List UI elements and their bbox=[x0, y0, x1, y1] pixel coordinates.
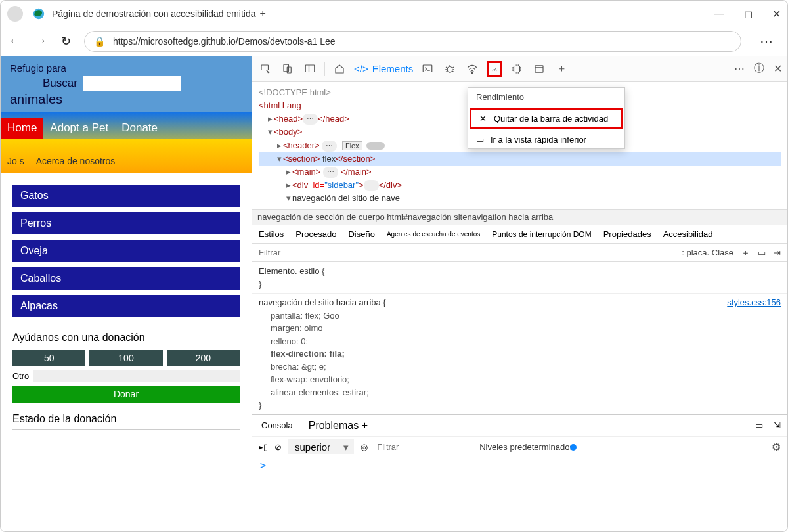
svg-rect-4 bbox=[305, 65, 315, 72]
tab-agentes[interactable]: Agentes de escucha de eventos bbox=[387, 231, 480, 238]
tab-title[interactable]: Página de demostración con accesibilidad… bbox=[52, 9, 256, 19]
inspect-icon[interactable] bbox=[257, 61, 273, 77]
expand-icon[interactable]: ⇥ bbox=[774, 248, 781, 257]
donate-other-input[interactable] bbox=[33, 370, 240, 382]
css-rule-block[interactable]: styles.css:156 navegación del sitio haci… bbox=[252, 293, 787, 414]
svg-rect-3 bbox=[287, 67, 291, 73]
nav-donate[interactable]: Donate bbox=[115, 118, 164, 139]
device-icon[interactable] bbox=[280, 61, 296, 77]
donate-other-label: Otro bbox=[12, 371, 29, 381]
live-expression-icon[interactable]: ◎ bbox=[361, 442, 368, 452]
header-refugio: Refugio para bbox=[10, 62, 66, 74]
tab-accesibilidad[interactable]: Accesibilidad bbox=[663, 229, 713, 239]
edge-icon bbox=[32, 7, 45, 20]
url-field[interactable]: 🔒 https://microsoftedge.github.io/Demos/… bbox=[84, 31, 741, 52]
styles-tabs: Estilos Procesado Diseño Agentes de escu… bbox=[252, 225, 787, 244]
donation-title: Ayúdanos con una donación bbox=[12, 332, 240, 344]
console-toolbar: ▸▯ ⊘ superior ◎ Niveles predeterminados … bbox=[252, 436, 787, 457]
tab-elements[interactable]: </>Elements bbox=[354, 63, 413, 74]
status-title: Estado de la donación bbox=[12, 413, 240, 430]
list-item[interactable]: Caballos bbox=[12, 267, 240, 290]
donate-submit[interactable]: Donar bbox=[12, 386, 240, 403]
context-menu: Rendimiento ✕ Quitar de la barra de acti… bbox=[468, 87, 625, 149]
tab-puntos[interactable]: Puntos de interrupción DOM bbox=[492, 230, 591, 239]
expand-drawer-icon[interactable]: ⇲ bbox=[774, 420, 781, 430]
nav-jos[interactable]: Jo s bbox=[7, 141, 24, 166]
svg-point-9 bbox=[494, 70, 495, 70]
help-icon[interactable]: ⓘ bbox=[754, 62, 764, 76]
stylesheet-link[interactable]: styles.css:156 bbox=[727, 296, 781, 309]
donate-100[interactable]: 100 bbox=[89, 350, 162, 366]
breadcrumb[interactable]: navegación de sección de cuerpo html#nav… bbox=[252, 209, 787, 225]
tab-propiedades[interactable]: Propiedades bbox=[603, 229, 651, 239]
console-filter-input[interactable] bbox=[374, 439, 473, 454]
back-button[interactable]: ← bbox=[9, 34, 20, 49]
donate-200[interactable]: 200 bbox=[167, 350, 240, 366]
ctx-header: Rendimiento bbox=[468, 88, 624, 106]
animal-list: Gatos Perros Oveja Caballos Alpacas bbox=[1, 173, 252, 322]
application-icon[interactable] bbox=[531, 61, 547, 77]
ctx-goto-bottom-quickview[interactable]: ▭ Ir a la vista rápida inferior bbox=[468, 131, 624, 148]
panel-layout-icon[interactable] bbox=[302, 61, 318, 77]
ctx-remove-from-activity-bar[interactable]: ✕ Quitar de la barra de actividad bbox=[470, 108, 623, 129]
welcome-icon[interactable] bbox=[332, 61, 347, 77]
browser-menu-button[interactable]: ⋯ bbox=[755, 33, 779, 49]
placa-clase[interactable]: : placa. Clase bbox=[682, 248, 733, 257]
window-titlebar: Página de demostración con accesibilidad… bbox=[1, 1, 787, 27]
devtools-toolbar: </>Elements ＋ ⋯ ⓘ ✕ bbox=[252, 56, 787, 82]
minimize-button[interactable]: — bbox=[714, 8, 724, 20]
nav-home[interactable]: Home bbox=[1, 118, 43, 139]
profile-avatar[interactable] bbox=[7, 6, 23, 22]
device-panel-icon[interactable]: ▭ bbox=[758, 248, 766, 257]
secondary-nav: Jo s Acerca de nosotros bbox=[1, 139, 252, 173]
new-tab-button[interactable]: + bbox=[260, 8, 266, 20]
nav-adopt[interactable]: Adopt a Pet bbox=[43, 118, 115, 139]
svg-rect-11 bbox=[535, 65, 543, 72]
performance-icon[interactable] bbox=[487, 61, 502, 77]
close-button[interactable]: ✕ bbox=[772, 8, 781, 20]
search-input[interactable] bbox=[83, 76, 181, 91]
devtools-close-icon[interactable]: ✕ bbox=[774, 62, 782, 75]
tab-console[interactable]: Consola bbox=[259, 418, 296, 432]
maximize-button[interactable]: ◻ bbox=[744, 8, 753, 20]
forward-button[interactable]: → bbox=[35, 34, 47, 49]
tab-diseno[interactable]: Diseño bbox=[348, 229, 374, 239]
search-label: Buscar bbox=[43, 77, 77, 90]
console-icon[interactable] bbox=[420, 61, 435, 77]
url-text: https://microsoftedge.github.io/Demos/de… bbox=[113, 36, 336, 47]
donation-section: Ayúdanos con una donación 50 100 200 Otr… bbox=[1, 322, 252, 403]
memory-icon[interactable] bbox=[509, 61, 525, 77]
svg-point-7 bbox=[447, 66, 452, 72]
svg-rect-1 bbox=[261, 65, 269, 70]
svg-rect-10 bbox=[514, 66, 520, 72]
header-animales: animales bbox=[10, 92, 242, 107]
tab-problems[interactable]: Problemas + bbox=[306, 418, 370, 433]
sidebar-toggle-icon[interactable]: ▸▯ bbox=[259, 442, 268, 452]
clear-console-icon[interactable]: ⊘ bbox=[274, 442, 282, 452]
tab-estilos[interactable]: Estilos bbox=[259, 229, 284, 239]
more-tabs-icon[interactable]: ＋ bbox=[554, 61, 569, 77]
log-levels[interactable]: Niveles predeterminados bbox=[479, 442, 577, 452]
refresh-button[interactable]: ↻ bbox=[61, 34, 71, 49]
network-icon[interactable] bbox=[464, 61, 480, 77]
new-style-rule-icon[interactable]: ＋ bbox=[741, 247, 750, 259]
dock-icon[interactable]: ▭ bbox=[755, 420, 763, 430]
nav-about[interactable]: Acerca de nosotros bbox=[36, 141, 116, 166]
donate-50[interactable]: 50 bbox=[12, 350, 85, 366]
console-prompt[interactable]: > bbox=[252, 457, 787, 474]
rendered-page: Refugio para Buscar animales Home Adopt … bbox=[1, 56, 252, 531]
tab-procesado[interactable]: Procesado bbox=[296, 229, 336, 239]
list-item[interactable]: Gatos bbox=[12, 185, 240, 207]
svg-rect-6 bbox=[423, 65, 432, 72]
styles-filter-input[interactable] bbox=[252, 244, 675, 261]
list-item[interactable]: Oveja bbox=[12, 240, 240, 262]
list-item[interactable]: Perros bbox=[12, 212, 240, 234]
devtools-more-icon[interactable]: ⋯ bbox=[734, 62, 745, 75]
bug-icon[interactable] bbox=[442, 61, 458, 77]
element-style-block[interactable]: Elemento. estilo { } bbox=[252, 262, 787, 293]
console-settings-icon[interactable]: ⚙ bbox=[772, 441, 781, 453]
list-item[interactable]: Alpacas bbox=[12, 295, 240, 317]
context-selector[interactable]: superior bbox=[288, 439, 354, 454]
styles-filter-row: : placa. Clase ＋ ▭ ⇥ bbox=[252, 244, 787, 262]
page-header: Refugio para Buscar animales bbox=[1, 56, 252, 112]
